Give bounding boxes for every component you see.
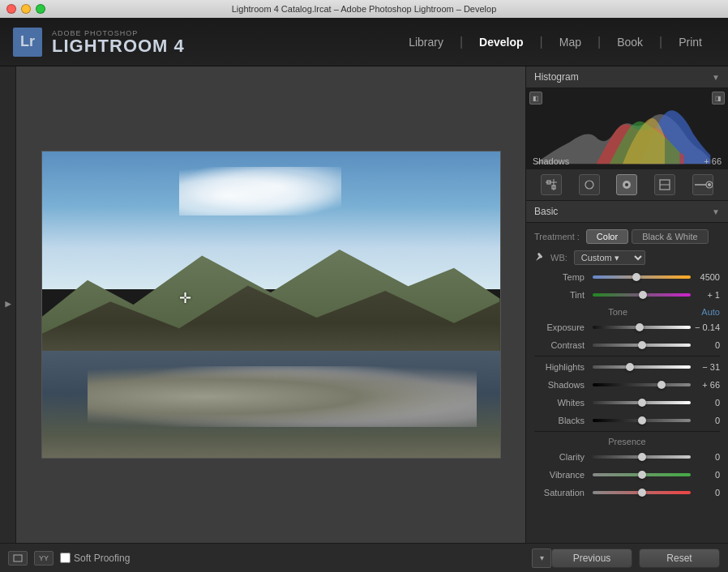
- nav-map[interactable]: Map: [546, 32, 594, 52]
- histogram-label: Shadows: [533, 156, 569, 166]
- wb-label: WB:: [550, 253, 567, 263]
- blacks-slider[interactable]: [593, 419, 691, 422]
- histogram-value: + 66: [704, 156, 722, 166]
- flag-yy-btn[interactable]: YY: [34, 551, 54, 566]
- redeye-tool[interactable]: [616, 174, 637, 195]
- adjustment-brush-tool[interactable]: [692, 174, 713, 195]
- left-panel-toggle[interactable]: ◀: [0, 66, 16, 543]
- wb-eyedropper-icon[interactable]: [534, 251, 547, 264]
- titlebar: Lightroom 4 Catalog.lrcat – Adobe Photos…: [0, 0, 728, 18]
- filmstrip-toggle-btn[interactable]: ▾: [532, 549, 551, 568]
- histogram-collapse-icon: ▼: [712, 73, 720, 82]
- shadows-slider-row: Shadows + 66: [534, 378, 720, 392]
- temp-slider[interactable]: [593, 275, 691, 279]
- loupe-view-btn[interactable]: [8, 551, 28, 566]
- nav-library[interactable]: Library: [396, 32, 456, 52]
- blacks-value: 0: [694, 416, 720, 425]
- highlights-thumb[interactable]: [626, 363, 634, 371]
- contrast-thumb[interactable]: [638, 341, 646, 349]
- whites-thumb[interactable]: [638, 399, 646, 407]
- svg-point-11: [708, 183, 711, 186]
- minimize-button[interactable]: [21, 4, 31, 14]
- photo-container[interactable]: [41, 151, 501, 459]
- vibrance-slider-row: Vibrance 0: [534, 467, 720, 482]
- clarity-value: 0: [694, 452, 720, 462]
- clarity-slider-row: Clarity 0: [534, 450, 720, 464]
- wb-row: WB: Custom ▾ As Shot Auto Daylight Cloud…: [534, 250, 720, 265]
- exposure-label: Exposure: [534, 322, 589, 332]
- clarity-label: Clarity: [534, 452, 589, 462]
- soft-proofing-row: Soft Proofing: [60, 553, 130, 564]
- bottom-right-controls: Previous Reset: [551, 549, 720, 568]
- cursor-crosshair-icon: [179, 289, 195, 305]
- app-header: Lr ADOBE PHOTOSHOP LIGHTROOM 4 Library |…: [0, 18, 728, 66]
- whites-slider[interactable]: [593, 401, 691, 404]
- shadows-thumb[interactable]: [657, 381, 666, 389]
- exposure-thumb[interactable]: [636, 323, 644, 331]
- basic-panel-header[interactable]: Basic ▼: [526, 201, 728, 223]
- histogram-header[interactable]: Histogram ▼: [526, 66, 728, 88]
- soft-proofing-label: Soft Proofing: [74, 553, 130, 564]
- tint-slider[interactable]: [593, 293, 691, 297]
- highlights-label: Highlights: [534, 362, 589, 372]
- window-controls[interactable]: [6, 4, 45, 14]
- blacks-thumb[interactable]: [638, 416, 646, 425]
- highlights-slider[interactable]: [593, 365, 691, 369]
- saturation-slider-row: Saturation 0: [534, 485, 720, 500]
- presence-heading-row: Presence: [534, 437, 720, 446]
- saturation-thumb[interactable]: [638, 489, 646, 497]
- separator-2: [534, 431, 720, 432]
- saturation-label: Saturation: [534, 488, 589, 497]
- exposure-slider[interactable]: [593, 326, 691, 329]
- tint-slider-row: Tint + 1: [534, 288, 720, 302]
- presence-title: Presence: [534, 437, 720, 446]
- rocks-layer: [88, 366, 477, 428]
- whites-value: 0: [694, 398, 720, 408]
- close-button[interactable]: [6, 4, 16, 14]
- wb-select[interactable]: Custom ▾ As Shot Auto Daylight Cloudy Sh…: [574, 250, 645, 265]
- treatment-row: Treatment : Color Black & White: [534, 229, 720, 244]
- vibrance-slider[interactable]: [593, 473, 691, 476]
- saturation-slider[interactable]: [593, 491, 691, 494]
- mountains-layer: [42, 213, 500, 366]
- whites-slider-row: Whites 0: [534, 395, 720, 410]
- whites-label: Whites: [534, 398, 589, 408]
- lr-logo: Lr: [13, 28, 42, 57]
- crop-icon: [546, 179, 557, 190]
- nav-print[interactable]: Print: [666, 32, 715, 52]
- gradient-tool[interactable]: [654, 174, 675, 195]
- saturation-value: 0: [694, 488, 720, 497]
- treatment-bw-btn[interactable]: Black & White: [632, 229, 708, 244]
- separator-1: [534, 356, 720, 356]
- clarity-slider[interactable]: [593, 455, 691, 459]
- vibrance-thumb[interactable]: [638, 471, 646, 479]
- main-nav: Library | Develop | Map | Book | Print: [392, 32, 715, 52]
- spot-heal-tool[interactable]: [579, 174, 600, 195]
- basic-panel-collapse-icon: ▼: [712, 207, 720, 216]
- bottom-left-controls: YY Soft Proofing ▾: [8, 549, 551, 568]
- svg-point-6: [625, 183, 628, 186]
- reset-button[interactable]: Reset: [639, 549, 720, 568]
- svg-point-4: [585, 181, 593, 189]
- right-panel: Histogram ▼ ◧ ◨ Shadows + 66: [525, 66, 728, 543]
- histogram-clip-highlights-btn[interactable]: ◨: [712, 92, 725, 105]
- nav-develop[interactable]: Develop: [466, 32, 536, 52]
- treatment-color-btn[interactable]: Color: [586, 229, 628, 244]
- temp-label: Temp: [534, 272, 589, 282]
- tone-auto-btn[interactable]: Auto: [701, 307, 720, 317]
- left-panel-arrow-icon: ◀: [5, 301, 11, 309]
- temp-thumb[interactable]: [632, 273, 640, 281]
- histogram-clip-shadows-btn[interactable]: ◧: [529, 92, 542, 105]
- tint-thumb[interactable]: [639, 291, 647, 299]
- soft-proofing-checkbox[interactable]: [60, 553, 71, 563]
- redeye-icon: [621, 179, 632, 190]
- exposure-slider-row: Exposure − 0.14: [534, 320, 720, 335]
- maximize-button[interactable]: [36, 4, 45, 14]
- crop-tool[interactable]: [541, 174, 562, 195]
- histogram-area: ◧ ◨ Shadows + 66: [526, 88, 728, 169]
- shadows-slider[interactable]: [593, 383, 691, 386]
- contrast-slider[interactable]: [593, 344, 691, 347]
- nav-book[interactable]: Book: [604, 32, 656, 52]
- previous-button[interactable]: Previous: [551, 549, 632, 568]
- clarity-thumb[interactable]: [638, 453, 646, 461]
